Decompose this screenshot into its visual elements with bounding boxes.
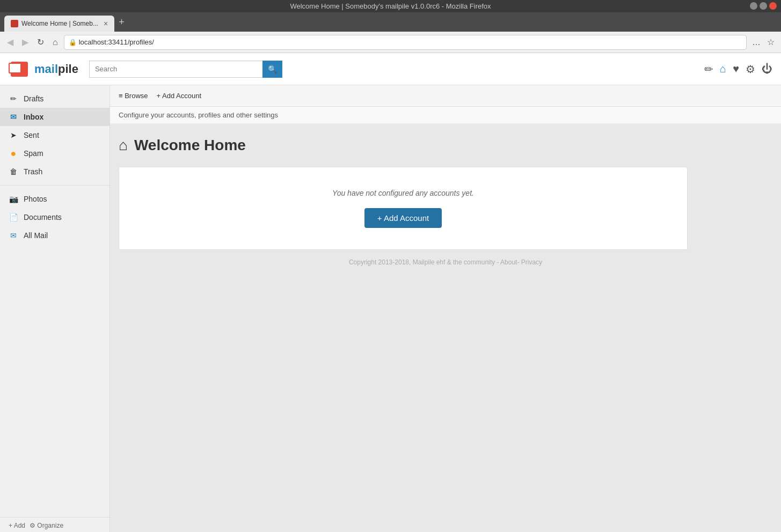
sidebar-nav: ✏ Drafts ✉ Inbox ➤ Sent ● Spam (0, 85, 110, 517)
sidebar-item-label: Inbox (24, 113, 43, 121)
app-container: mailpile 🔍 ✏ ⌂ ♥ ⚙ ⏻ ✏ (0, 53, 781, 532)
bookmark-button[interactable]: ☆ (765, 36, 777, 48)
footer-text: Copyright 2013-2018, Mailpile ehf & the … (349, 258, 542, 266)
home-button[interactable]: ⌂ (720, 63, 726, 75)
window-title: Welcome Home | Somebody's mailpile v1.0.… (290, 2, 491, 10)
compose-button[interactable]: ✏ (704, 63, 713, 76)
sidebar-item-photos[interactable]: 📷 Photos (0, 190, 110, 208)
nav-extras: … ☆ (750, 36, 777, 48)
sidebar-item-inbox[interactable]: ✉ Inbox (0, 108, 110, 126)
tab-title: Welcome Home | Someb... (21, 20, 98, 27)
back-button[interactable]: ◀ (4, 36, 16, 48)
sidebar-item-label: Documents (24, 213, 62, 221)
sidebar-item-label: Sent (24, 131, 39, 139)
sidebar-item-documents[interactable]: 📄 Documents (0, 208, 110, 226)
organize-button[interactable]: ⚙ Organize (30, 522, 63, 529)
sidebar-item-spam[interactable]: ● Spam (0, 144, 110, 162)
main-layout: ✏ Drafts ✉ Inbox ➤ Sent ● Spam (0, 85, 781, 532)
logo-text: mailpile (34, 62, 78, 76)
sidebar-item-drafts[interactable]: ✏ Drafts (0, 90, 110, 108)
tab-favicon (11, 20, 18, 27)
maximize-icon[interactable] (760, 2, 767, 10)
home-button[interactable]: ⌂ (50, 36, 61, 48)
trash-icon: 🗑 (9, 167, 18, 176)
add-account-button[interactable]: + Add Account (364, 208, 442, 228)
forward-button[interactable]: ▶ (19, 36, 31, 48)
content-footer: Copyright 2013-2018, Mailpile ehf & the … (119, 250, 772, 275)
content-subtitle: Configure your accounts, profiles and ot… (110, 107, 781, 124)
logo-mail-text: mail (34, 62, 58, 76)
logo-icon-front (9, 63, 21, 73)
browser-titlebar: Welcome Home | Somebody's mailpile v1.0.… (0, 0, 781, 12)
new-tab-button[interactable]: + (114, 14, 129, 30)
welcome-box: You have not configured any accounts yet… (119, 167, 688, 250)
reload-button[interactable]: ↻ (34, 36, 47, 48)
active-tab[interactable]: Welcome Home | Someb... × (4, 16, 114, 32)
welcome-message: You have not configured any accounts yet… (130, 189, 676, 197)
photos-icon: 📷 (9, 194, 18, 204)
browse-button[interactable]: ≡ Browse (119, 92, 148, 100)
header-actions: ✏ ⌂ ♥ ⚙ ⏻ (704, 63, 772, 76)
sidebar-item-trash[interactable]: 🗑 Trash (0, 162, 110, 181)
window-controls (750, 2, 777, 10)
add-button[interactable]: + Add (9, 522, 25, 529)
address-bar[interactable]: 🔒 localhost:33411/profiles/ (64, 35, 747, 50)
search-input[interactable] (89, 61, 262, 78)
app-header: mailpile 🔍 ✏ ⌂ ♥ ⚙ ⏻ (0, 53, 781, 85)
sidebar-item-label: Trash (24, 167, 42, 176)
tab-close-button[interactable]: × (104, 19, 108, 28)
browser-navigation: ◀ ▶ ↻ ⌂ 🔒 localhost:33411/profiles/ … ☆ (0, 32, 781, 53)
sidebar: ✏ Drafts ✉ Inbox ➤ Sent ● Spam (0, 85, 110, 532)
sidebar-divider (0, 185, 110, 186)
search-button[interactable]: 🔍 (262, 61, 282, 78)
sent-icon: ➤ (9, 130, 18, 140)
sidebar-footer: + Add ⚙ Organize (0, 517, 110, 532)
logo-area: mailpile (9, 61, 78, 78)
content-toolbar: ≡ Browse + Add Account (110, 85, 781, 107)
sidebar-item-sent[interactable]: ➤ Sent (0, 126, 110, 144)
tab-bar: Welcome Home | Someb... × + (0, 12, 781, 32)
settings-button[interactable]: ⚙ (746, 63, 755, 76)
content-body: ⌂ Welcome Home You have not configured a… (110, 124, 781, 532)
inbox-icon: ✉ (9, 112, 18, 122)
main-content: ≡ Browse + Add Account Configure your ac… (110, 85, 781, 532)
minimize-icon[interactable] (750, 2, 757, 10)
security-icon: 🔒 (69, 39, 77, 46)
page-title-area: ⌂ Welcome Home (119, 137, 772, 154)
search-area: 🔍 (89, 61, 282, 78)
logo-pile-text: pile (58, 62, 78, 76)
sidebar-item-label: Photos (24, 195, 47, 203)
sidebar-item-allmail[interactable]: ✉ All Mail (0, 226, 110, 245)
spam-icon: ● (9, 149, 18, 158)
logo-icon (9, 61, 30, 78)
close-icon[interactable] (769, 2, 777, 10)
address-text: localhost:33411/profiles/ (79, 38, 742, 46)
sidebar-item-label: All Mail (24, 231, 48, 240)
documents-icon: 📄 (9, 212, 18, 222)
allmail-icon: ✉ (9, 231, 18, 240)
add-account-toolbar-button[interactable]: + Add Account (157, 92, 201, 100)
more-button[interactable]: … (750, 36, 763, 48)
power-button[interactable]: ⏻ (762, 63, 772, 75)
page-title: Welcome Home (134, 137, 246, 154)
sidebar-item-label: Spam (24, 149, 43, 158)
page-title-icon: ⌂ (119, 137, 128, 154)
drafts-icon: ✏ (9, 94, 18, 104)
sidebar-item-label: Drafts (24, 94, 43, 103)
favorites-button[interactable]: ♥ (733, 63, 739, 75)
